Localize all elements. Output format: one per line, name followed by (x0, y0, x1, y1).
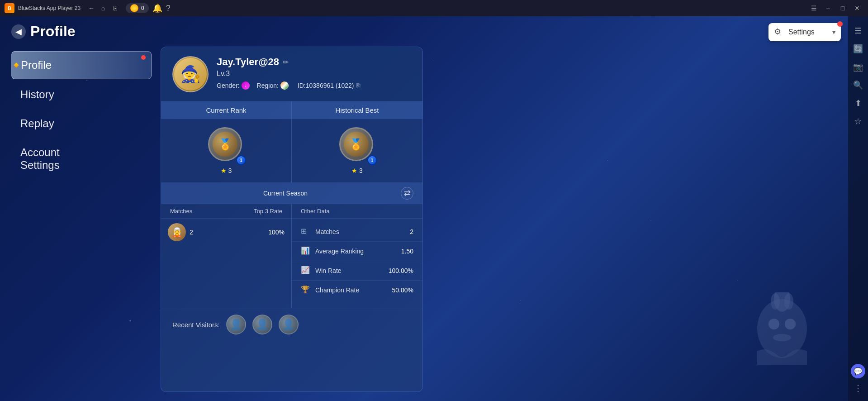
chat-icon[interactable]: 💬 (851, 364, 865, 378)
current-rank-circle: 🏅 (208, 127, 242, 161)
historical-best-circle: 🏅 (339, 127, 373, 161)
sidebar-item-profile[interactable]: Profile (11, 51, 152, 79)
settings-button[interactable]: ⚙ Settings ▾ (768, 23, 841, 41)
notifications-icon[interactable]: 🔔 (152, 3, 162, 13)
other-data-matches-row: ⊞ Matches 2 (292, 222, 422, 242)
meta-row: Gender: ♀ Region: ID:10386961 (1022) ⎘ (217, 81, 411, 90)
visitor-avatar-3[interactable]: 👤 (279, 315, 299, 334)
id-section: ID:10386961 (1022) ⎘ (298, 82, 360, 89)
top3-rate-val: 100% (268, 229, 285, 236)
edit-profile-icon[interactable]: ✏ (283, 58, 289, 67)
other-data-champion-label: Champion Rate (315, 286, 392, 294)
svg-point-5 (771, 293, 780, 310)
minimize-button[interactable]: – (822, 3, 835, 13)
coin-count: 0 (141, 5, 144, 11)
visitor-avatar-2[interactable]: 👤 (252, 315, 272, 334)
profile-info: Jay.Tyler@28 ✏ Lv.3 Gender: ♀ Region: (217, 56, 411, 90)
historical-best-number: 1 (367, 155, 377, 165)
other-data-avg-rank-icon: 📊 (301, 246, 311, 256)
right-icon-8[interactable]: ⋮ (850, 380, 866, 396)
sidebar-item-history-label: History (20, 88, 54, 100)
profile-panel: 🧙 Jay.Tyler@28 ✏ Lv.3 Gender: ♀ (161, 47, 423, 392)
nav-back-button[interactable]: ← (86, 3, 97, 14)
other-data-champion-value: 50.00% (392, 286, 413, 294)
svg-point-2 (785, 319, 796, 329)
sidebar-item-account-settings[interactable]: AccountSettings (11, 139, 152, 179)
filter-icon[interactable]: ⇄ (401, 187, 413, 200)
matches-val: 2 (190, 229, 193, 236)
copy-id-icon[interactable]: ⎘ (356, 82, 360, 89)
other-data-avg-rank-value: 1.50 (401, 248, 413, 255)
sidebar-item-account-settings-label: AccountSettings (20, 146, 60, 171)
other-data-winrate-row: 📈 Win Rate 100.00% (292, 261, 422, 281)
gender-item: Gender: ♀ (217, 81, 250, 90)
back-button[interactable]: ◀ Profile (11, 23, 76, 40)
other-data-header: Other Data (292, 204, 422, 219)
top-header: ◀ Profile ⚙ Settings ▾ (0, 16, 868, 47)
username: Jay.Tyler@28 (217, 56, 279, 68)
maximize-button[interactable]: □ (836, 3, 849, 13)
nav-bookmark-button[interactable]: ⎘ (109, 3, 120, 14)
layout: Profile History Replay AccountSettings 🧙 (0, 47, 868, 401)
visitors-label: Recent Visitors: (172, 321, 220, 329)
right-icon-6[interactable]: ⬆ (850, 95, 866, 111)
current-rank-badge: 🏅 1 (208, 127, 244, 163)
region-label: Region: (257, 82, 279, 89)
other-data-avg-rank-row: 📊 Average Ranking 1.50 (292, 242, 422, 261)
main-content: ◀ Profile ⚙ Settings ▾ Profile History R… (0, 16, 868, 401)
titlebar-nav: ← ⌂ ⎘ (86, 3, 120, 14)
sidebar-item-history[interactable]: History (11, 81, 152, 108)
historical-best-badge: 🏅 1 (339, 127, 375, 163)
active-indicator-dot (141, 55, 146, 60)
app-title: BlueStacks App Player 23 (18, 5, 81, 11)
other-data-matches-icon: ⊞ (301, 227, 311, 237)
top3-col-header: Top 3 Rate (254, 208, 282, 215)
current-rank-number: 1 (236, 155, 246, 165)
right-icon-5[interactable]: 🔍 (850, 77, 866, 93)
mascot-image (750, 292, 814, 365)
recent-visitors: Recent Visitors: 👤 👤 👤 (161, 308, 422, 341)
current-season-label: Current Season (170, 190, 401, 197)
hist-star-count: 3 (359, 167, 363, 174)
stats-avatar: 🧝 (168, 223, 186, 241)
stats-left-header: Matches Top 3 Rate (161, 204, 291, 219)
user-id: ID:10386961 (1022) (298, 82, 354, 89)
more-options-button[interactable]: ☰ (807, 3, 820, 13)
historical-best-inner: 🏅 (344, 132, 369, 157)
matches-col-header: Matches (170, 208, 249, 215)
right-icon-2[interactable]: ☰ (850, 23, 866, 39)
close-button[interactable]: ✕ (851, 3, 863, 13)
coin-area: 0 (126, 3, 149, 13)
gender-icon: ♀ (242, 81, 250, 90)
username-row: Jay.Tyler@28 ✏ (217, 56, 411, 68)
other-data-section: ⊞ Matches 2 📊 Average Ranking 1.50 📈 Win… (292, 219, 422, 303)
avatar-image: 🧙 (174, 58, 207, 91)
current-rank-header: Current Rank (161, 102, 292, 119)
current-rank-inner: 🏅 (213, 132, 237, 157)
stats-columns: Matches Top 3 Rate 🧝 2 100% Other Data ⊞ (161, 204, 422, 308)
right-icon-3[interactable]: 🔄 (850, 41, 866, 57)
settings-notification-dot (837, 21, 843, 27)
nav-home-button[interactable]: ⌂ (98, 3, 109, 14)
stats-right: Other Data ⊞ Matches 2 📊 Average Ranking… (292, 204, 422, 308)
svg-point-6 (784, 293, 793, 310)
hist-star-icon: ★ (351, 167, 357, 174)
current-rank-stars: ★ 3 (221, 167, 232, 174)
other-data-champion-icon: 🏆 (301, 285, 311, 295)
region-flag-icon (280, 81, 289, 90)
visitor-avatar-1[interactable]: 👤 (226, 315, 246, 334)
settings-chevron-icon: ▾ (832, 29, 835, 36)
profile-header: 🧙 Jay.Tyler@28 ✏ Lv.3 Gender: ♀ (161, 47, 422, 101)
settings-gear-icon: ⚙ (774, 27, 785, 38)
stats-row: 🧝 2 100% (161, 219, 291, 246)
right-sidebar: ⚙ ☰ 🔄 📷 🔍 ⬆ ☆ 💬 ⋮ (848, 0, 868, 401)
other-data-matches-value: 2 (410, 228, 413, 235)
star-count: 3 (228, 167, 232, 174)
gender-label: Gender: (217, 82, 240, 89)
other-data-winrate-label: Win Rate (315, 267, 389, 274)
right-icon-7[interactable]: ☆ (850, 113, 866, 129)
sidebar-item-replay[interactable]: Replay (11, 110, 152, 137)
right-icon-4[interactable]: 📷 (850, 59, 866, 75)
app-logo: B (5, 3, 14, 13)
help-icon[interactable]: ? (166, 4, 171, 13)
